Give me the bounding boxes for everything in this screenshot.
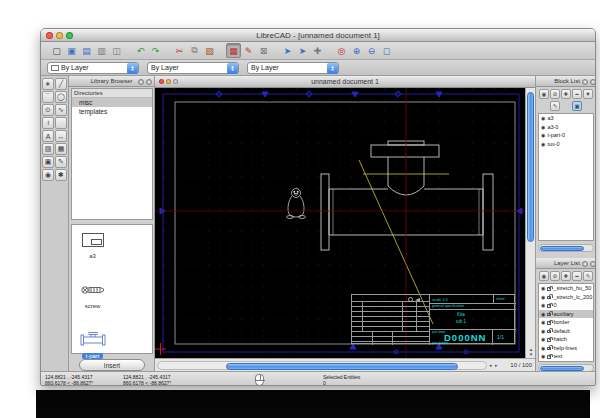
tux-entity[interactable] [287, 189, 306, 219]
dock-close-button[interactable] [590, 79, 596, 85]
block-tool-button[interactable]: ▣ [42, 156, 54, 168]
lock-icon[interactable] [547, 355, 551, 359]
copy-button[interactable]: ⧉ [187, 43, 202, 58]
block-add-button[interactable]: ✚ [561, 89, 571, 99]
eye-icon[interactable]: ◉ [541, 336, 545, 342]
block-insert-button[interactable]: ▼ [583, 89, 593, 99]
arc-tool-button[interactable]: ⌒ [42, 91, 54, 103]
eye-icon[interactable]: ◉ [541, 302, 545, 308]
layer-row-selected[interactable]: ◉ auxiliary [539, 310, 593, 319]
dock-float-button[interactable] [582, 261, 588, 267]
new-file-button[interactable]: ▢ [49, 43, 64, 58]
polyline-tool-button[interactable]: ≀ [42, 117, 54, 129]
dock-float-button[interactable] [138, 79, 144, 85]
lock-icon[interactable] [547, 347, 551, 351]
select-pointer-button[interactable]: ➤ [280, 43, 295, 58]
zoom-out-button[interactable]: ⊖ [364, 43, 379, 58]
eye-icon[interactable]: ◉ [541, 319, 545, 325]
layer-list-header[interactable]: Layer List [536, 258, 596, 269]
block-edit-button[interactable]: ✎ [550, 101, 560, 111]
doc-zoom-button[interactable] [173, 79, 178, 84]
lock-icon[interactable] [547, 313, 551, 317]
modify-tool-button[interactable]: ✎ [55, 156, 67, 168]
eye-icon[interactable]: ◉ [541, 353, 545, 359]
canvas-horizontal-scrollbar[interactable] [157, 361, 487, 370]
minimize-button[interactable] [56, 32, 63, 39]
block-list-scrollbar[interactable] [538, 244, 594, 252]
block-row-tux-0[interactable]: ◉ tux-0 [539, 140, 593, 149]
layer-row[interactable]: ◉ hatch [539, 335, 593, 344]
hatch-tool-button[interactable]: ▨ [42, 143, 54, 155]
block-row-a3[interactable]: ◉ a3 [539, 114, 593, 123]
eye-icon[interactable]: ◉ [541, 345, 545, 351]
image-tool-button[interactable]: ▦ [55, 143, 67, 155]
layer-row[interactable]: ◉ _stretch_hu_50 [539, 284, 593, 293]
layer-row[interactable]: ◉ text [539, 352, 593, 361]
explode-tool-button[interactable]: ✱ [55, 169, 67, 181]
layer-show-all-button[interactable]: ◉ [539, 271, 549, 281]
layer-edit-button[interactable]: ✎ [583, 271, 593, 281]
lock-icon[interactable] [547, 330, 551, 334]
layer-row[interactable]: ◉ default [539, 327, 593, 336]
layer-row[interactable]: ◉ _stretch_lc_200 [539, 293, 593, 302]
zoom-auto-button[interactable]: ◎ [334, 43, 349, 58]
eye-icon[interactable]: ◉ [541, 141, 545, 147]
open-file-button[interactable]: ▣ [64, 43, 79, 58]
dock-close-button[interactable] [146, 79, 152, 85]
draw-pen-button[interactable]: ✎ [241, 43, 256, 58]
spline-tool-button[interactable]: ∿ [55, 104, 67, 116]
dock-float-button[interactable] [582, 79, 588, 85]
eye-icon[interactable]: ◉ [541, 294, 545, 300]
block-row-a3-0[interactable]: ◉ a3-0 [539, 123, 593, 132]
linetype-combo[interactable]: By Layer ▲▼ [247, 62, 339, 74]
eye-icon[interactable]: ◉ [541, 132, 545, 138]
layer-row[interactable]: ◉ border [539, 318, 593, 327]
cut-button[interactable]: ✂ [172, 43, 187, 58]
layer-row[interactable]: ◉ help-lines [539, 344, 593, 353]
redo-button[interactable]: ↷ [148, 43, 163, 58]
move-button[interactable]: ✚ [310, 43, 325, 58]
window-titlebar[interactable]: LibreCAD - [unnamed document 1] [41, 29, 595, 42]
eye-icon[interactable]: ◉ [541, 285, 545, 291]
canvas-vertical-scrollbar[interactable]: ▲▼ [525, 88, 535, 358]
eye-icon[interactable]: ◉ [541, 311, 545, 317]
eraser-button[interactable]: ⊠ [256, 43, 271, 58]
library-item-screw[interactable]: screw [72, 279, 113, 329]
save-file-button[interactable]: ▤ [79, 43, 94, 58]
block-remove-button[interactable]: ━ [572, 89, 582, 99]
eye-icon[interactable]: ◉ [541, 124, 545, 130]
close-button[interactable] [46, 32, 53, 39]
block-save-button[interactable]: ▣ [572, 101, 582, 111]
scroll-arrow-icons[interactable]: ◂ ▸ [489, 362, 498, 368]
circle-tool-button[interactable]: ◯ [55, 91, 67, 103]
eye-icon[interactable]: ◉ [541, 115, 545, 121]
zoom-in-button[interactable]: ⊕ [349, 43, 364, 58]
lock-icon[interactable] [547, 338, 551, 342]
doc-minimize-button[interactable] [166, 79, 171, 84]
lock-icon[interactable] [547, 304, 551, 308]
layer-row[interactable]: ◉ 0 [539, 301, 593, 310]
directory-item-misc[interactable]: misc [72, 98, 152, 107]
eye-icon[interactable]: ◉ [541, 328, 545, 334]
measure-tool-button[interactable]: ◉ [42, 169, 54, 181]
block-show-all-button[interactable]: ◉ [539, 89, 549, 99]
horizontal-scroll-thumb[interactable] [226, 363, 458, 370]
insert-button[interactable]: Insert [79, 359, 145, 371]
snap-grid-button[interactable]: ▦ [226, 43, 241, 58]
doc-close-button[interactable] [159, 79, 164, 84]
lock-icon[interactable] [547, 287, 551, 291]
print-button[interactable]: ▥ [94, 43, 109, 58]
layer-remove-button[interactable]: ━ [572, 271, 582, 281]
block-hide-all-button[interactable]: ⊘ [550, 89, 560, 99]
library-item-a3[interactable]: a3 [72, 229, 113, 279]
linewidth-combo[interactable]: By Layer ▲▼ [147, 62, 239, 74]
color-combo[interactable]: By Layer ▲▼ [47, 62, 139, 74]
point-tool-button[interactable]: ∗ [42, 78, 54, 90]
lock-icon[interactable] [547, 321, 551, 325]
dock-close-button[interactable] [590, 261, 596, 267]
directory-item-templates[interactable]: templates [72, 107, 152, 116]
t-part-drawing[interactable] [321, 141, 493, 250]
drawing-canvas[interactable]: scale 1:1 sheet general specification Ki… [155, 88, 525, 358]
zoom-button[interactable] [66, 32, 73, 39]
deselect-pointer-button[interactable]: ➤ [295, 43, 310, 58]
